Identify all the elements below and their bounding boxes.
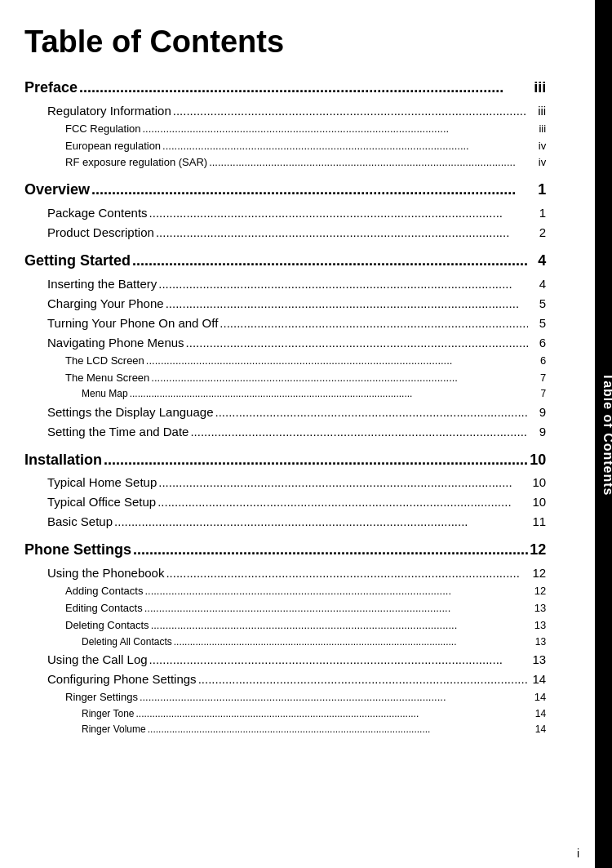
toc-entry-dots: ........................................…: [166, 563, 528, 583]
toc-entry-text: Installation: [24, 448, 102, 472]
toc-entry-text: Getting Started: [24, 249, 131, 273]
toc-entry-text: Settings the Display Language: [47, 403, 213, 422]
toc-entry: FCC Regulation .........................…: [24, 121, 546, 138]
toc-entry-dots: ........................................…: [220, 314, 528, 333]
toc-entry: Regulatory Information .................…: [24, 101, 546, 121]
toc-entry-page: iii: [530, 76, 546, 100]
toc-entry-text: Inserting the Battery: [47, 274, 157, 294]
toc-entry-dots: ........................................…: [130, 386, 528, 402]
toc-entry-page: 12: [530, 538, 546, 562]
toc-entry-text: Typical Home Setup: [47, 473, 157, 492]
toc-entry-page: 4: [530, 274, 546, 294]
toc-entry: Using the Phonebook ....................…: [24, 563, 546, 583]
toc-entry: Settings the Display Language ..........…: [24, 403, 546, 422]
toc-entry: Preface ................................…: [24, 76, 546, 100]
toc-entry-dots: ........................................…: [132, 249, 528, 273]
toc-entry-page: 14: [530, 689, 546, 706]
toc-entry-page: 14: [530, 706, 546, 722]
toc-entry: Getting Started ........................…: [24, 249, 546, 273]
toc-entry: Charging Your Phone ....................…: [24, 294, 546, 314]
toc-list: Preface ................................…: [24, 76, 546, 737]
toc-entry: Turning Your Phone On and Off ..........…: [24, 314, 546, 333]
toc-entry: Typical Office Setup ...................…: [24, 492, 546, 512]
toc-entry: Adding Contacts ........................…: [24, 583, 546, 600]
page-container: Table of Contents Preface ..............…: [0, 0, 612, 868]
toc-entry-text: Ringer Volume: [82, 722, 146, 737]
toc-entry-page: 4: [530, 249, 546, 273]
toc-entry-page: 13: [530, 650, 546, 670]
toc-entry-page: iv: [530, 154, 546, 171]
toc-entry-page: 12: [530, 583, 546, 600]
toc-entry-page: 2: [530, 223, 546, 243]
toc-entry: Navigating Phone Menus .................…: [24, 333, 546, 353]
toc-entry: Menu Map ...............................…: [24, 386, 546, 402]
toc-entry-text: FCC Regulation: [65, 121, 141, 138]
toc-entry-page: 9: [530, 403, 546, 422]
toc-entry-dots: ........................................…: [133, 538, 528, 562]
toc-entry-text: Navigating Phone Menus: [47, 333, 184, 353]
toc-entry-dots: ........................................…: [91, 178, 528, 202]
toc-entry-text: Deleting All Contacts: [82, 634, 172, 650]
toc-entry-dots: ........................................…: [146, 353, 528, 370]
toc-entry-text: Turning Your Phone On and Off: [47, 314, 218, 333]
toc-entry-page: iv: [530, 138, 546, 155]
toc-entry: Ringer Tone ............................…: [24, 706, 546, 722]
toc-entry: Setting the Time and Date ..............…: [24, 422, 546, 442]
toc-entry-page: 1: [530, 203, 546, 223]
toc-entry-dots: ........................................…: [151, 370, 528, 387]
toc-entry: Installation ...........................…: [24, 448, 546, 472]
toc-entry-text: Using the Call Log: [47, 650, 148, 670]
toc-entry-page: 5: [530, 314, 546, 333]
toc-entry-page: 13: [530, 634, 546, 650]
toc-entry-text: Ringer Settings: [65, 689, 138, 706]
toc-entry-text: Package Contents: [47, 203, 148, 223]
toc-entry-page: 13: [530, 600, 546, 617]
toc-entry-page: 12: [530, 563, 546, 583]
page-number: i: [577, 847, 579, 860]
toc-entry-dots: ........................................…: [143, 121, 529, 138]
toc-entry-dots: ........................................…: [148, 722, 528, 737]
toc-entry-text: Overview: [24, 178, 90, 202]
toc-entry-dots: ........................................…: [136, 706, 529, 722]
toc-entry: Inserting the Battery ..................…: [24, 274, 546, 294]
toc-entry: Deleting Contacts ......................…: [24, 617, 546, 634]
toc-entry-text: The LCD Screen: [65, 353, 144, 370]
toc-entry-page: 9: [530, 422, 546, 442]
toc-entry-text: Basic Setup: [47, 512, 113, 532]
toc-entry-text: The Menu Screen: [65, 370, 149, 387]
toc-entry-dots: ........................................…: [149, 203, 529, 223]
toc-entry-dots: ........................................…: [114, 512, 528, 532]
toc-entry-text: Deleting Contacts: [65, 617, 149, 634]
toc-entry-page: iii: [530, 121, 546, 138]
toc-entry-page: 6: [530, 333, 546, 353]
toc-entry-text: RF exposure regulation (SAR): [65, 154, 207, 171]
toc-entry: Product Description ....................…: [24, 223, 546, 243]
toc-entry-text: Typical Office Setup: [47, 492, 156, 512]
toc-entry: Deleting All Contacts ..................…: [24, 634, 546, 650]
toc-entry: Ringer Settings ........................…: [24, 689, 546, 706]
toc-entry-page: 1: [530, 178, 546, 202]
toc-entry-dots: ........................................…: [158, 473, 528, 492]
toc-entry-text: Phone Settings: [24, 538, 131, 562]
main-content: Table of Contents Preface ..............…: [0, 0, 595, 868]
toc-entry: Ringer Volume ..........................…: [24, 722, 546, 737]
toc-entry-page: 7: [530, 386, 546, 402]
toc-entry-dots: ........................................…: [156, 223, 528, 243]
toc-entry-dots: ........................................…: [144, 600, 528, 617]
toc-entry-page: 5: [530, 294, 546, 314]
toc-entry: Basic Setup ............................…: [24, 512, 546, 532]
sidebar: Table of Contents: [595, 0, 612, 868]
sidebar-label: Table of Contents: [601, 372, 612, 496]
toc-entry-text: Preface: [24, 76, 78, 100]
toc-entry: Editing Contacts .......................…: [24, 600, 546, 617]
toc-entry: Overview ...............................…: [24, 178, 546, 202]
toc-entry-dots: ........................................…: [198, 670, 529, 689]
toc-entry-dots: ........................................…: [149, 650, 529, 670]
toc-entry: Using the Call Log .....................…: [24, 650, 546, 670]
toc-entry-dots: ........................................…: [140, 689, 528, 706]
page-title: Table of Contents: [24, 24, 546, 60]
toc-entry: European regulation ....................…: [24, 138, 546, 155]
toc-entry-dots: ........................................…: [209, 154, 528, 171]
toc-entry: Typical Home Setup .....................…: [24, 473, 546, 492]
toc-entry-text: Setting the Time and Date: [47, 422, 188, 442]
